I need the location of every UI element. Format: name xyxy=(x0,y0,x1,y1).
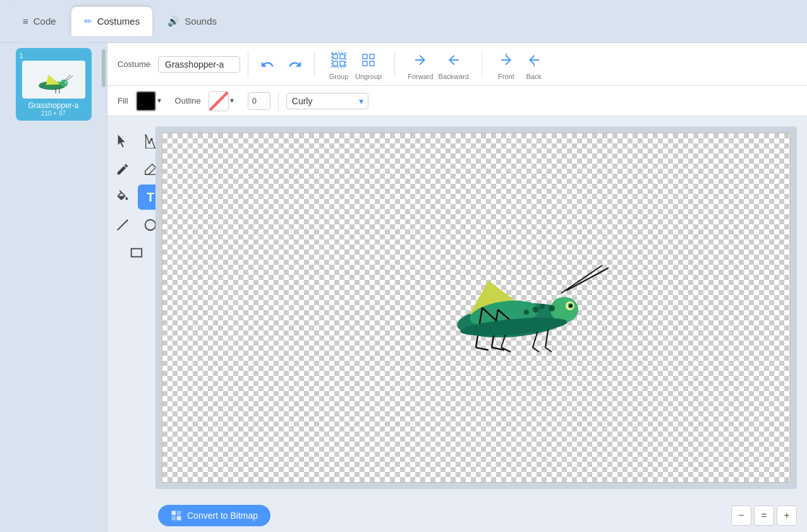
svg-rect-17 xyxy=(370,61,374,66)
ungroup-btns xyxy=(357,49,380,71)
grasshopper-svg xyxy=(416,254,618,361)
costume-name: Grasshopper-a xyxy=(28,101,78,110)
svg-point-21 xyxy=(148,142,150,144)
tab-sounds-label: Sounds xyxy=(185,16,217,27)
zoom-out-button[interactable]: − xyxy=(731,505,751,526)
redo-button[interactable] xyxy=(284,53,306,76)
svg-line-25 xyxy=(118,220,128,231)
svg-line-44 xyxy=(545,348,552,352)
costume-label: Costume xyxy=(118,59,150,69)
svg-rect-12 xyxy=(340,61,344,66)
outline-swatch[interactable] xyxy=(209,91,229,111)
svg-rect-11 xyxy=(333,61,337,66)
svg-line-8 xyxy=(66,76,73,80)
divider-1 xyxy=(248,52,248,77)
group-icon xyxy=(331,52,346,68)
redo-icon xyxy=(288,57,302,71)
svg-line-28 xyxy=(561,265,602,293)
forward-group: Forward xyxy=(408,49,433,80)
svg-marker-4 xyxy=(46,75,61,85)
convert-bitmap-button[interactable]: Convert to Bitmap xyxy=(158,505,270,526)
svg-point-40 xyxy=(549,305,555,311)
divider-3 xyxy=(394,52,395,77)
fill-arrow[interactable]: ▾ xyxy=(157,96,167,106)
tab-sounds[interactable]: 🔊 Sounds xyxy=(155,7,229,36)
outline-arrow[interactable]: ▾ xyxy=(230,96,240,106)
svg-rect-16 xyxy=(363,61,367,66)
zoom-controls: − = + xyxy=(731,505,797,526)
tab-costumes[interactable]: ✏ Costumes xyxy=(71,7,153,36)
svg-line-49 xyxy=(476,348,488,350)
tool-row-5 xyxy=(124,240,149,265)
svg-point-36 xyxy=(569,305,572,307)
drawing-canvas[interactable] xyxy=(155,126,797,489)
forward-button[interactable] xyxy=(409,49,432,71)
backward-icon xyxy=(446,52,461,68)
rect-tool[interactable] xyxy=(124,240,149,265)
svg-point-22 xyxy=(150,138,153,141)
costume-name-input[interactable] xyxy=(158,56,240,73)
undo-icon xyxy=(260,57,274,71)
svg-point-38 xyxy=(524,310,529,315)
front-label: Front xyxy=(498,73,514,80)
brush-tool[interactable] xyxy=(110,157,135,182)
zoom-reset-button[interactable]: = xyxy=(754,505,774,526)
back-group: Back xyxy=(523,49,545,80)
zoom-in-button[interactable]: + xyxy=(777,505,797,526)
scroll-indicator xyxy=(102,49,106,87)
svg-point-3 xyxy=(66,82,67,83)
fill-tool[interactable] xyxy=(110,184,135,210)
convert-bitmap-label: Convert to Bitmap xyxy=(187,511,258,521)
costume-item[interactable]: 1 xyxy=(16,48,92,121)
svg-rect-54 xyxy=(172,511,176,516)
forward-label: Forward xyxy=(408,73,433,80)
front-button[interactable] xyxy=(495,49,518,71)
group-btns xyxy=(327,49,350,71)
forward-icon xyxy=(413,52,428,68)
costumes-icon: ✏ xyxy=(84,16,92,27)
back-button[interactable] xyxy=(523,49,545,71)
svg-rect-57 xyxy=(177,516,181,521)
divider-4 xyxy=(482,52,482,77)
code-icon: ≡ xyxy=(23,16,28,27)
tab-code[interactable]: ≡ Code xyxy=(10,7,69,36)
font-select-wrapper: Curly Handwriting Marker Pixel Serif San… xyxy=(286,93,368,109)
divider-2 xyxy=(314,52,315,77)
svg-rect-14 xyxy=(363,54,367,59)
svg-rect-27 xyxy=(131,249,142,257)
fill-label: Fill xyxy=(118,96,128,106)
text-icon: T xyxy=(147,190,154,205)
front-group: Front xyxy=(495,49,518,80)
top-bar: ≡ Code ✏ Costumes 🔊 Sounds xyxy=(0,0,807,43)
backward-label: Backward xyxy=(439,73,469,80)
frontback-section: Front Back xyxy=(490,49,550,80)
sounds-icon: 🔊 xyxy=(167,16,179,27)
properties-bar: Fill ▾ Outline ▾ Curly Handwriting Marke… xyxy=(107,86,807,116)
svg-line-42 xyxy=(533,348,539,352)
svg-point-37 xyxy=(533,306,539,313)
svg-line-29 xyxy=(566,268,609,291)
ungroup-button[interactable] xyxy=(357,49,380,71)
front-icon xyxy=(499,52,514,68)
line-tool[interactable] xyxy=(110,212,135,238)
toolbar: Costume Group xyxy=(107,43,807,86)
bottom-bar: Convert to Bitmap − = + xyxy=(107,499,807,532)
group-label: Group xyxy=(329,73,349,80)
editor-area: Costume Group xyxy=(107,43,807,532)
fill-swatch[interactable] xyxy=(136,91,156,111)
main-layout: 1 xyxy=(0,43,807,532)
font-select[interactable]: Curly Handwriting Marker Pixel Serif San… xyxy=(286,93,368,109)
svg-rect-15 xyxy=(370,54,374,59)
select-tool[interactable] xyxy=(110,129,135,154)
canvas-wrapper: T xyxy=(107,116,807,499)
ungroup-label: Ungroup xyxy=(355,73,382,80)
ungroup-icon xyxy=(361,52,376,68)
svg-point-39 xyxy=(540,304,545,309)
back-label: Back xyxy=(526,73,542,80)
backward-button[interactable] xyxy=(442,49,465,71)
tools-panel: T xyxy=(118,126,155,489)
order-section: Forward Backward xyxy=(403,49,474,80)
undo-button[interactable] xyxy=(256,53,279,76)
outline-value-input[interactable] xyxy=(248,92,270,110)
group-button[interactable] xyxy=(327,49,350,71)
